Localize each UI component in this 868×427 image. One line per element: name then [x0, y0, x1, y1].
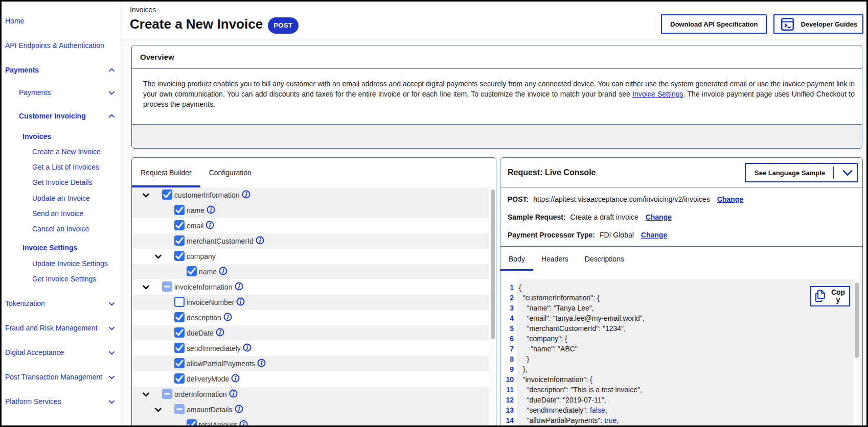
tab-descriptions[interactable]: Descriptions: [577, 247, 632, 271]
info-icon[interactable]: [242, 190, 250, 199]
sidebar-item-customer-invoicing[interactable]: Customer Invoicing: [2, 111, 121, 121]
sidebar-item-get-invoice-settings[interactable]: Get Invoice Settings: [2, 274, 121, 284]
invoice-settings-link[interactable]: Invoice Settings: [632, 90, 683, 98]
sidebar-item-label: Update Invoice Settings: [32, 259, 108, 268]
code-body[interactable]: { "customerInformation": { "name": "Tany…: [517, 279, 854, 425]
checkbox-name-checked[interactable]: [174, 205, 185, 215]
line-number: 9: [500, 364, 517, 374]
code-scroll-thumb[interactable]: [855, 282, 859, 358]
tab-body[interactable]: Body: [500, 247, 533, 271]
sidebar-item-update-invoice-settings[interactable]: Update Invoice Settings: [2, 258, 121, 269]
sidebar-item-label: Send an Invoice: [32, 209, 83, 218]
sidebar-item-invoice-settings[interactable]: Invoice Settings: [2, 243, 121, 253]
info-icon[interactable]: [239, 420, 248, 425]
request-info-line: Payment Processor Type:FDI GlobalChange: [508, 226, 855, 244]
sidebar-item-payments[interactable]: Payments: [2, 87, 121, 98]
sidebar-item-home[interactable]: Home: [2, 16, 121, 26]
sidebar-item-cancel-an-invoice[interactable]: Cancel an Invoice: [2, 224, 121, 234]
checkbox-allowPartialPayments-checked[interactable]: [174, 358, 185, 368]
checkbox-company-checked[interactable]: [174, 251, 185, 261]
request-builder-panel: Request BuilderConfiguration customerInf…: [131, 157, 496, 425]
checkbox-invoiceInformation-indet[interactable]: [162, 281, 172, 292]
info-icon[interactable]: [235, 282, 243, 291]
info-icon[interactable]: [207, 205, 215, 214]
chevron-up-icon: [108, 113, 115, 120]
checkbox-amountDetails-indet[interactable]: [174, 404, 185, 414]
info-icon[interactable]: [256, 236, 264, 245]
expand-chevron-icon[interactable]: [143, 192, 149, 199]
tree-row-label: company: [187, 251, 216, 262]
checkbox-name-checked[interactable]: [187, 266, 197, 276]
sidebar-item-get-invoice-details[interactable]: Get Invoice Details: [2, 177, 121, 187]
info-icon[interactable]: [205, 221, 214, 229]
checkbox-dueDate-checked[interactable]: [174, 327, 185, 338]
info-icon[interactable]: [235, 405, 243, 413]
info-icon[interactable]: [243, 343, 252, 352]
checkbox-email-checked[interactable]: [174, 220, 185, 230]
line-number: 5: [500, 323, 517, 334]
sidebar-item-post-transaction-management[interactable]: Post Transaction Management: [2, 372, 121, 382]
copy-label: Copy: [830, 289, 847, 304]
app: HomeAPI Endpoints & AuthenticationPaymen…: [2, 2, 866, 425]
sidebar-item-label: Update an Invoice: [32, 194, 90, 202]
sidebar-item-platform-services[interactable]: Platform Services: [2, 396, 121, 407]
code-scrollbar[interactable]: [854, 279, 862, 425]
info-icon[interactable]: [236, 297, 245, 306]
info-icon[interactable]: [257, 359, 266, 367]
tab-configuration[interactable]: Configuration: [200, 158, 260, 187]
sidebar-item-label: Tokenization: [5, 299, 45, 307]
tab-headers[interactable]: Headers: [533, 247, 577, 271]
see-language-sample-label: See Language Sample: [746, 169, 825, 177]
sidebar-item-update-an-invoice[interactable]: Update an Invoice: [2, 193, 121, 203]
sidebar-item-fraud-and-risk-management[interactable]: Fraud and Risk Management: [2, 323, 121, 333]
info-label: POST:: [508, 195, 529, 203]
tab-request-builder[interactable]: Request Builder: [132, 158, 200, 187]
expand-chevron-icon[interactable]: [155, 253, 162, 260]
sidebar-item-get-a-list-of-invoices[interactable]: Get a List of Invoices: [2, 162, 121, 172]
tree-row-label: name: [199, 267, 217, 277]
code-line: "name": "Tanya Lee",: [519, 303, 854, 313]
tree-row-label: customerInformation: [174, 190, 240, 200]
checkbox-sendImmediately-checked[interactable]: [174, 343, 185, 353]
change-link[interactable]: Change: [717, 195, 743, 203]
checkbox-description-checked[interactable]: [174, 312, 185, 322]
builder-scrollbar[interactable]: [489, 188, 496, 425]
download-api-spec-button[interactable]: Download API Specification: [661, 14, 767, 34]
sidebar-item-api-endpoints-authentication[interactable]: API Endpoints & Authentication: [2, 40, 121, 51]
checkbox-orderInformation-indet[interactable]: [162, 389, 172, 399]
code-line: "invoiceInformation": {: [519, 374, 854, 385]
sidebar-item-digital-acceptance[interactable]: Digital Acceptance: [2, 347, 121, 358]
checkbox-customerInformation-checked[interactable]: [162, 189, 172, 200]
sidebar-item-send-an-invoice[interactable]: Send an Invoice: [2, 208, 121, 219]
checkbox-invoiceNumber-unchecked[interactable]: [174, 297, 185, 307]
sidebar-item-invoices[interactable]: Invoices: [2, 131, 121, 141]
top-buttons: Download API Specification Developer Gui…: [661, 14, 863, 34]
checkbox-totalAmount-checked[interactable]: [187, 419, 197, 425]
builder-scroll-thumb[interactable]: [491, 189, 495, 339]
checkbox-merchantCustomerId-checked[interactable]: [174, 235, 185, 246]
info-icon[interactable]: [223, 313, 232, 321]
info-icon[interactable]: [216, 328, 224, 337]
overview-footer: [132, 124, 862, 148]
tree-row-orderInformation: orderInformation: [132, 387, 489, 402]
sidebar-item-create-a-new-invoice[interactable]: Create a New Invoice: [2, 147, 121, 157]
copy-button[interactable]: Copy: [810, 286, 850, 306]
console-tabs: BodyHeadersDescriptions: [500, 247, 862, 271]
expand-chevron-icon[interactable]: [143, 284, 149, 291]
change-link[interactable]: Change: [641, 231, 667, 239]
content-area: Overview The invoicing product enables y…: [121, 39, 866, 425]
developer-guides-button[interactable]: Developer Guides: [773, 14, 863, 34]
info-icon[interactable]: [219, 267, 227, 275]
sidebar-item-label: Fraud and Risk Management: [5, 324, 98, 332]
checkbox-deliveryMode-checked[interactable]: [174, 373, 185, 384]
expand-chevron-icon[interactable]: [155, 407, 162, 413]
info-icon[interactable]: [231, 374, 240, 383]
tree-row-name: name: [132, 203, 489, 218]
change-link[interactable]: Change: [646, 213, 672, 221]
sidebar-item-tokenization[interactable]: Tokenization: [2, 298, 121, 309]
see-language-sample-button[interactable]: See Language Sample: [745, 163, 858, 182]
expand-chevron-icon[interactable]: [143, 391, 149, 398]
sidebar-item-payments[interactable]: Payments: [2, 65, 121, 75]
info-icon[interactable]: [229, 389, 238, 398]
sidebar-item-label: Post Transaction Management: [5, 373, 102, 381]
